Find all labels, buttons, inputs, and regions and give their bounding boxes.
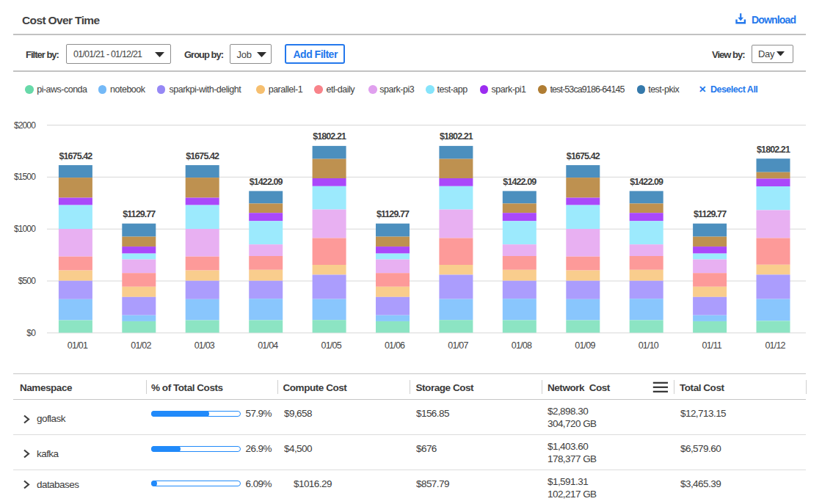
svg-text:$1422.09: $1422.09 [503, 177, 537, 187]
svg-text:01/05: 01/05 [321, 340, 342, 351]
svg-text:$1129.77: $1129.77 [694, 209, 727, 219]
svg-text:$1000: $1000 [14, 224, 36, 234]
svg-text:01/07: 01/07 [448, 340, 468, 351]
svg-text:$0: $0 [26, 328, 36, 338]
svg-text:01/04: 01/04 [258, 340, 278, 351]
svg-text:$1802.21: $1802.21 [313, 131, 346, 142]
svg-text:$1675.42: $1675.42 [567, 151, 600, 161]
svg-text:01/12: 01/12 [765, 340, 785, 351]
svg-text:$1129.77: $1129.77 [123, 209, 156, 219]
svg-text:$1675.42: $1675.42 [59, 151, 92, 161]
svg-text:$1675.42: $1675.42 [186, 151, 219, 161]
svg-text:01/01: 01/01 [68, 340, 88, 351]
svg-text:$1129.77: $1129.77 [377, 209, 410, 219]
svg-text:$1422.09: $1422.09 [630, 177, 663, 187]
svg-text:01/11: 01/11 [702, 340, 722, 351]
svg-text:01/08: 01/08 [512, 340, 532, 351]
svg-text:01/06: 01/06 [385, 340, 405, 351]
svg-text:$1422.09: $1422.09 [250, 177, 283, 187]
svg-text:$1802.21: $1802.21 [440, 131, 473, 142]
svg-text:01/09: 01/09 [575, 340, 595, 351]
svg-text:$500: $500 [18, 276, 36, 286]
svg-text:$1802.21: $1802.21 [757, 145, 790, 155]
svg-text:01/03: 01/03 [194, 340, 215, 351]
svg-text:$1500: $1500 [14, 172, 36, 182]
svg-text:$2000: $2000 [14, 120, 36, 131]
svg-text:01/02: 01/02 [131, 340, 151, 351]
svg-text:01/10: 01/10 [639, 340, 659, 351]
